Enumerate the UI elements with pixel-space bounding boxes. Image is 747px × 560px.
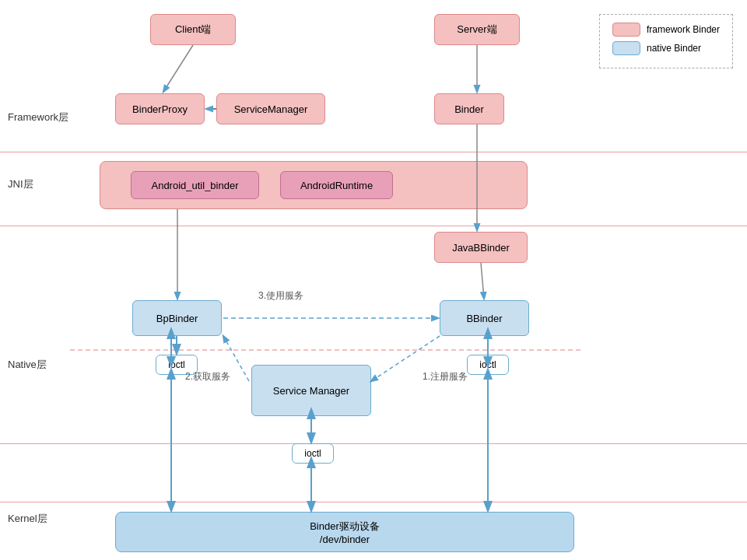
framework-label: Framework层 bbox=[8, 110, 68, 124]
get-service-label: 2.获取服务 bbox=[185, 370, 230, 383]
svg-line-5 bbox=[481, 263, 484, 299]
arrows-svg bbox=[0, 0, 747, 560]
diagram: Framework层 JNI层 Native层 Kernel层 Client端 … bbox=[0, 0, 747, 560]
server-box: Server端 bbox=[434, 14, 520, 45]
jni-native-divider bbox=[0, 226, 747, 226]
binder-proxy-box: BinderProxy bbox=[115, 93, 205, 124]
service-manager-box: Service Manager bbox=[251, 365, 371, 416]
native-label: Native层 bbox=[8, 358, 47, 372]
legend-item-framework: framework Binder bbox=[612, 23, 720, 37]
bp-binder-box: BpBinder bbox=[132, 300, 222, 336]
framework-jni-divider bbox=[0, 152, 747, 152]
kernel-divider bbox=[0, 502, 747, 502]
register-service-label: 1.注册服务 bbox=[423, 370, 468, 383]
native-kernel-divider bbox=[0, 443, 747, 444]
bb-binder-box: BBinder bbox=[440, 300, 529, 336]
legend-swatch-framework bbox=[612, 23, 640, 37]
legend-item-native: native Binder bbox=[612, 41, 720, 55]
legend-swatch-native bbox=[612, 41, 640, 55]
android-util-binder-box: Android_util_binder bbox=[131, 171, 259, 199]
kernel-label: Kernel层 bbox=[8, 512, 47, 526]
client-box: Client端 bbox=[150, 14, 236, 45]
svg-line-0 bbox=[163, 45, 193, 92]
jni-label: JNI层 bbox=[8, 177, 33, 191]
legend: framework Binder native Binder bbox=[599, 14, 733, 68]
ioctl-right-box: ioctl bbox=[467, 355, 509, 375]
service-manager-fw-box: ServiceManager bbox=[216, 93, 325, 124]
binder-driver-box: Binder驱动设备 /dev/binder bbox=[115, 512, 574, 552]
android-runtime-box: AndroidRuntime bbox=[280, 171, 393, 199]
binder-fw-box: Binder bbox=[434, 93, 504, 124]
use-service-label: 3.使用服务 bbox=[258, 289, 303, 303]
javab-binder-box: JavaBBinder bbox=[434, 232, 528, 263]
ioctl-bottom-box: ioctl bbox=[292, 443, 334, 464]
